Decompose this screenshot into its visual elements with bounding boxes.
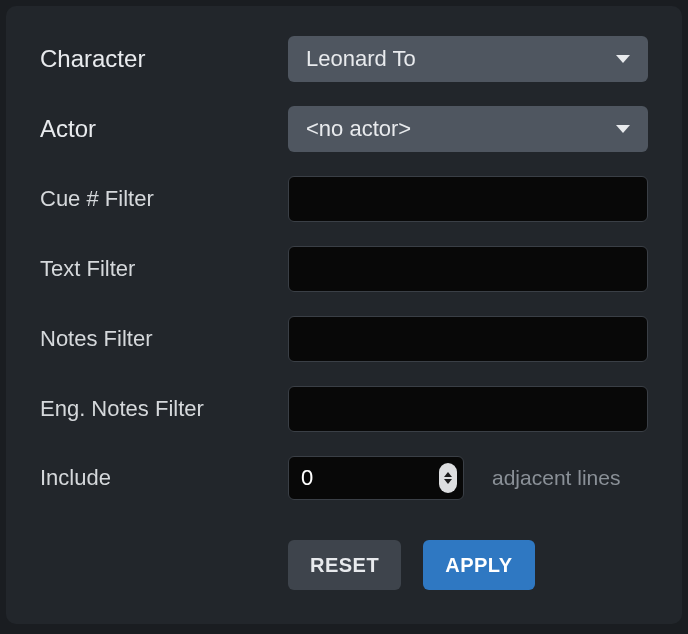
notes-filter-input[interactable] [288,316,648,362]
character-row: Character Leonard To [40,36,648,82]
filter-panel: Character Leonard To Actor <no actor> Cu… [6,6,682,624]
text-filter-input[interactable] [288,246,648,292]
eng-notes-filter-row: Eng. Notes Filter [40,386,648,432]
character-value: Leonard To [306,46,416,72]
chevron-down-icon [444,479,452,484]
actor-label: Actor [40,115,288,143]
include-value: 0 [301,465,313,491]
include-suffix: adjacent lines [492,466,620,490]
eng-notes-filter-input[interactable] [288,386,648,432]
cue-filter-row: Cue # Filter [40,176,648,222]
include-stepper[interactable]: 0 [288,456,464,500]
actor-value: <no actor> [306,116,411,142]
chevron-up-icon [444,472,452,477]
reset-button[interactable]: RESET [288,540,401,590]
character-label: Character [40,45,288,73]
notes-filter-row: Notes Filter [40,316,648,362]
apply-button[interactable]: APPLY [423,540,534,590]
button-row: RESET APPLY [40,540,648,590]
eng-notes-filter-label: Eng. Notes Filter [40,396,288,422]
chevron-down-icon [616,125,630,133]
character-select[interactable]: Leonard To [288,36,648,82]
stepper-control[interactable] [439,463,457,493]
chevron-down-icon [616,55,630,63]
text-filter-row: Text Filter [40,246,648,292]
cue-filter-label: Cue # Filter [40,186,288,212]
notes-filter-label: Notes Filter [40,326,288,352]
actor-row: Actor <no actor> [40,106,648,152]
text-filter-label: Text Filter [40,256,288,282]
actor-select[interactable]: <no actor> [288,106,648,152]
include-row: Include 0 adjacent lines [40,456,648,500]
cue-filter-input[interactable] [288,176,648,222]
include-label: Include [40,465,288,491]
